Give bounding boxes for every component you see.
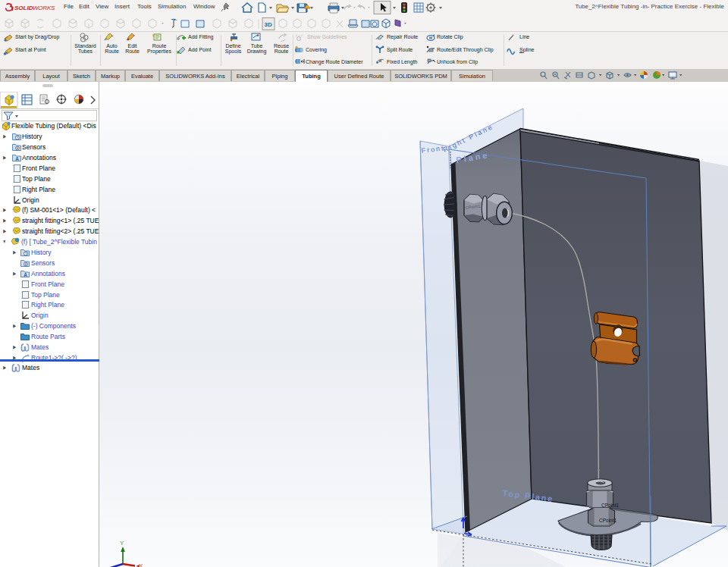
svg-text:3D: 3D <box>265 21 272 28</box>
svg-text:SOLID: SOLID <box>14 5 33 11</box>
svg-text:WORKS: WORKS <box>33 5 55 11</box>
svg-text:Y: Y <box>120 540 124 547</box>
svg-text:X: X <box>139 562 143 567</box>
svg-text:A: A <box>24 272 27 277</box>
svg-text:A: A <box>15 156 19 161</box>
svg-text:CPoint1: CPoint1 <box>599 518 617 523</box>
svg-text:CPoint1: CPoint1 <box>601 503 620 508</box>
